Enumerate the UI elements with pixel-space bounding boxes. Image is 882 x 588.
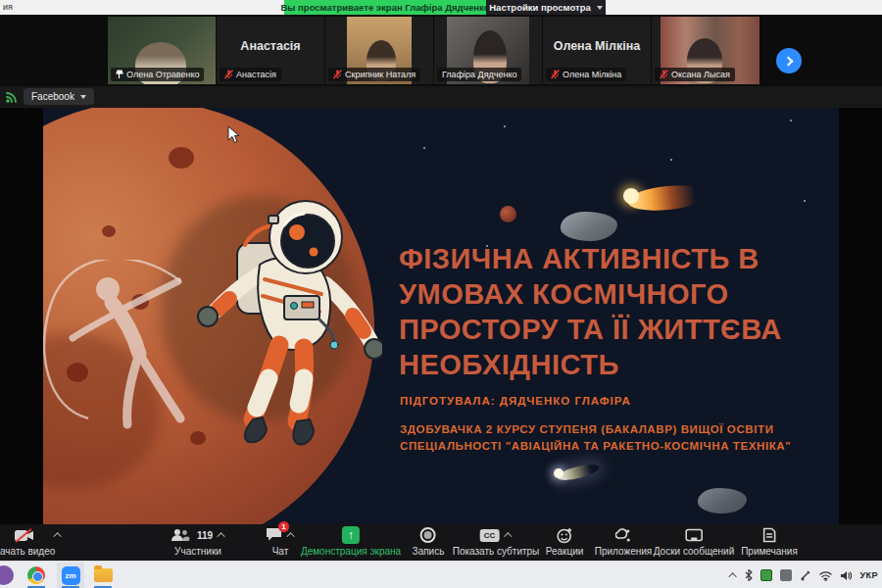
tray-app-icon-green[interactable] [760, 569, 772, 581]
reactions-label: Реакции [546, 546, 584, 558]
small-red-planet [500, 206, 516, 222]
title-line: НЕОБХІДНІСТЬ [399, 347, 839, 382]
notes-button[interactable]: Примечания [741, 524, 798, 561]
star [670, 159, 672, 161]
captions-label: Показать субтитры [453, 546, 540, 558]
participants-count: 119 [197, 530, 213, 541]
wifi-icon[interactable] [819, 570, 832, 581]
speaker-icon[interactable] [840, 570, 852, 581]
star [423, 147, 425, 149]
share-screen-icon: ↑ [342, 526, 360, 544]
participant-tile-olena-milkina[interactable]: Олена Мілкіна Олена Мілкіна [543, 17, 651, 84]
tray-expand-chevron[interactable] [731, 572, 737, 578]
participant-name: Олена Отравенко [126, 70, 199, 79]
participant-name: Анастасія [236, 70, 276, 79]
video-off-icon [14, 528, 35, 543]
pin-icon [116, 70, 123, 79]
mic-muted-icon [551, 70, 560, 79]
participant-name-badge: Анастасія [220, 68, 281, 81]
livestream-bar: Facebook [0, 86, 882, 108]
comet-head [623, 188, 639, 204]
bluetooth-icon[interactable] [745, 569, 753, 581]
chevron-up-icon[interactable] [286, 532, 294, 540]
title-line: ФІЗИЧНА АКТИВНІСТЬ В [399, 241, 839, 276]
captions-button[interactable]: CC Показать субтитры [453, 524, 540, 561]
chevron-up-icon[interactable] [217, 532, 224, 540]
start-video-button[interactable]: ачать видео [0, 524, 62, 561]
viewing-screen-banner: Вы просматриваете экран Глафіра Дядченко [284, 0, 486, 15]
window-title-partial: ия [3, 2, 13, 12]
stream-service-label: Facebook [31, 91, 74, 102]
apps-button[interactable]: Приложения [595, 524, 653, 561]
reactions-icon [556, 527, 572, 544]
mars-crater [102, 225, 116, 237]
participant-name: Олена Мілкіна [563, 70, 621, 79]
chevron-down-icon [597, 6, 603, 10]
chevron-up-icon[interactable] [53, 532, 61, 540]
windows-taskbar: zm УКР [0, 561, 882, 588]
chat-button[interactable]: 1 Чат [266, 524, 295, 561]
language-indicator[interactable]: УКР [859, 570, 878, 580]
mic-muted-icon [224, 70, 233, 79]
view-settings-button[interactable]: Настройки просмотра [486, 0, 606, 15]
record-label: Запись [413, 546, 445, 558]
zoom-app-icon[interactable]: zm [57, 563, 84, 588]
chat-unread-badge: 1 [278, 521, 289, 532]
record-icon [420, 527, 436, 543]
chrome-app-icon[interactable] [25, 564, 47, 586]
mars-crater [169, 147, 194, 169]
shared-screen-area: ФІЗИЧНА АКТИВНІСТЬ В УМОВАХ КОСМІЧНОГО П… [0, 108, 882, 524]
record-button[interactable]: Запись [413, 524, 445, 561]
mic-muted-icon [660, 70, 668, 79]
participant-name: Оксана Лысая [671, 70, 730, 79]
participants-button[interactable]: 119 Участники [171, 524, 225, 561]
whiteboards-button[interactable]: Доски сообщений [654, 524, 735, 561]
astronaut-illustration [186, 186, 382, 456]
participant-tile-skrypnyk-natalia[interactable]: Скрипник Наталя [325, 17, 433, 84]
participant-name-badge: Оксана Лысая [655, 68, 735, 81]
whiteboard-icon [685, 528, 704, 543]
title-line: ПРОСТОРУ ТА ЇЇ ЖИТТЄВА [399, 312, 839, 347]
chevron-down-icon [80, 95, 86, 99]
participant-name: Скрипник Наталя [345, 70, 416, 79]
participant-tile-oksana-lysaya[interactable]: Оксана Лысая [652, 17, 760, 84]
system-tray: УКР [731, 562, 880, 588]
asteroid [561, 212, 617, 241]
title-line: УМОВАХ КОСМІЧНОГО [399, 276, 839, 312]
slide-title: ФІЗИЧНА АКТИВНІСТЬ В УМОВАХ КОСМІЧНОГО П… [399, 241, 839, 382]
banner-text: Вы просматриваете экран Глафіра Дядченко [281, 2, 490, 13]
apps-icon [614, 527, 631, 544]
participant-tile-anastasia[interactable]: Анастасія Анастасія [217, 17, 324, 84]
broadcast-icon [5, 90, 19, 104]
whiteboards-label: Доски сообщений [654, 546, 735, 558]
participant-tile-olena-otravenko[interactable]: Олена Отравенко [108, 17, 216, 84]
view-settings-label: Настройки просмотра [489, 2, 590, 13]
participants-label: Участники [174, 546, 221, 558]
window-title-bar: ия Вы просматриваете экран Глафіра Дядче… [0, 0, 882, 15]
facebook-stream-button[interactable]: Facebook [24, 88, 94, 105]
start-video-label: ачать видео [0, 546, 55, 558]
tray-app-icon-gray[interactable] [780, 569, 792, 581]
notes-icon [762, 527, 776, 543]
pen-input-icon[interactable] [800, 569, 811, 581]
participant-name-badge: Скрипник Наталя [328, 68, 420, 81]
participant-name-badge: Олена Мілкіна [546, 68, 626, 81]
star [804, 200, 806, 202]
next-participants-button[interactable] [776, 48, 802, 74]
chevron-up-icon[interactable] [504, 532, 512, 540]
participants-video-strip: Олена Отравенко Анастасія Анастасія Скри… [0, 15, 882, 86]
up-arrow-glyph: ↑ [348, 528, 354, 542]
file-explorer-icon[interactable] [92, 564, 114, 586]
participant-name-badge: Глафіра Дядченко [437, 68, 521, 81]
share-screen-label: Демонстрация экрана [301, 546, 401, 558]
meeting-toolbar: ачать видео 119 Участники [0, 524, 882, 561]
viber-app-icon[interactable] [0, 565, 14, 585]
zoom-logo: zm [62, 566, 80, 585]
participants-icon [171, 528, 190, 542]
asteroid [698, 488, 747, 514]
participant-tile-hlafira-diadchenko[interactable]: Глафіра Дядченко [434, 17, 542, 84]
participant-name-badge: Олена Отравенко [111, 68, 204, 81]
share-screen-button[interactable]: ↑ Демонстрация экрана [301, 524, 401, 561]
reactions-button[interactable]: Реакции [546, 524, 584, 561]
comet-head [554, 468, 564, 478]
